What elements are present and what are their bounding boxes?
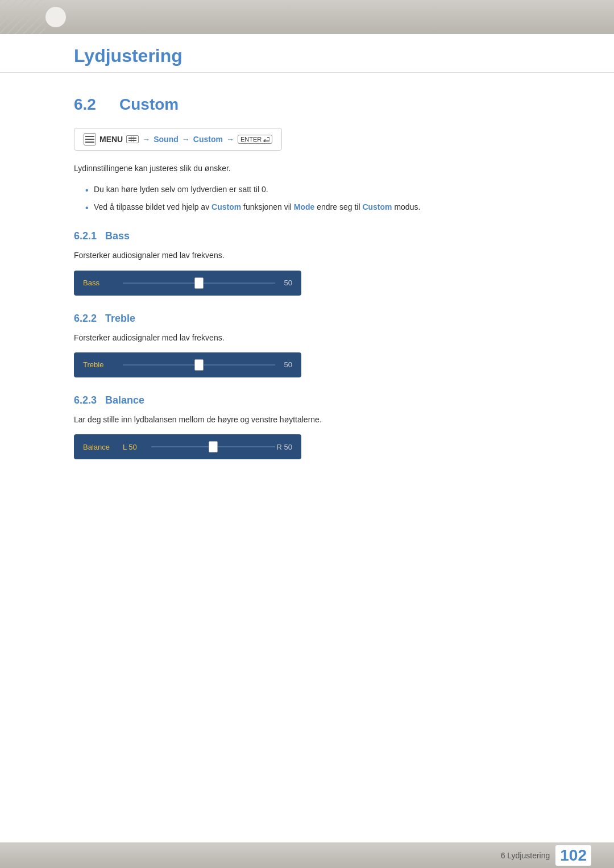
footer-section-label: 6 Lydjustering bbox=[501, 851, 550, 860]
page-title: Lydjustering bbox=[74, 45, 569, 67]
balance-description: Lar deg stille inn lydbalansen mellom de… bbox=[74, 413, 466, 426]
section-description: Lydinnstillingene kan justeres slik du ø… bbox=[74, 162, 466, 175]
nav-menu-label: MENU bbox=[99, 135, 123, 144]
bass-slider-track[interactable] bbox=[123, 283, 275, 284]
treble-slider-track[interactable] bbox=[123, 364, 275, 366]
subsection-heading-balance: 6.2.3 Balance bbox=[74, 394, 466, 406]
bass-slider-value: 50 bbox=[275, 279, 292, 287]
svg-rect-2 bbox=[85, 136, 94, 137]
balance-slider-track[interactable] bbox=[151, 446, 275, 447]
bullet-list: Du kan høre lyden selv om lydverdien er … bbox=[74, 183, 466, 213]
top-bar-circle bbox=[45, 7, 66, 27]
subsection-6-2-1: 6.2.1 Bass Forsterker audiosignaler med … bbox=[74, 230, 466, 295]
subsection-heading-treble: 6.2.2 Treble bbox=[74, 313, 466, 325]
svg-rect-5 bbox=[128, 138, 136, 139]
svg-rect-3 bbox=[85, 139, 94, 140]
svg-rect-1 bbox=[0, 0, 45, 34]
subsection-number-bass: 6.2.1 bbox=[74, 230, 97, 242]
section-heading-6-2: 6.2 Custom bbox=[74, 95, 466, 114]
balance-slider-thumb[interactable] bbox=[209, 441, 218, 452]
bullet-2-middle: funksjonen vil bbox=[241, 202, 294, 211]
bullet-2-end: modus. bbox=[392, 202, 421, 211]
subsection-6-2-2: 6.2.2 Treble Forsterker audiosignaler me… bbox=[74, 313, 466, 377]
svg-rect-4 bbox=[85, 142, 94, 143]
section-title: Custom bbox=[119, 95, 179, 114]
enter-icon: ENTER bbox=[238, 135, 272, 144]
treble-slider-thumb[interactable] bbox=[194, 359, 204, 371]
nav-arrow-2: → bbox=[182, 135, 190, 144]
content-area: 6.2 Custom MENU → Sound → Custom → ENTER bbox=[0, 73, 512, 522]
nav-breadcrumb: MENU → Sound → Custom → ENTER bbox=[74, 128, 282, 151]
subsection-heading-bass: 6.2.1 Bass bbox=[74, 230, 466, 242]
subsection-title-treble: Treble bbox=[105, 313, 135, 325]
footer: 6 Lydjustering 102 bbox=[0, 842, 614, 868]
bullet-item-1: Du kan høre lyden selv om lydverdien er … bbox=[85, 183, 466, 196]
bass-track-line bbox=[123, 283, 275, 284]
menu-icon bbox=[84, 133, 96, 146]
balance-right-value: R 50 bbox=[275, 443, 292, 451]
treble-track-line bbox=[123, 364, 275, 366]
nav-arrow-1: → bbox=[142, 135, 150, 144]
bullet-2-prefix: Ved å tilpasse bildet ved hjelp av bbox=[94, 202, 211, 211]
bullet-2-mode: Mode bbox=[294, 202, 315, 211]
nav-arrow-3: → bbox=[226, 135, 234, 144]
bullet-2-custom2: Custom bbox=[362, 202, 392, 211]
bullet-1-text: Du kan høre lyden selv om lydverdien er … bbox=[94, 185, 268, 194]
footer-page-number: 102 bbox=[555, 845, 591, 866]
treble-slider-label: Treble bbox=[83, 360, 123, 369]
balance-left-value: L 50 bbox=[123, 443, 151, 451]
subsection-6-2-3: 6.2.3 Balance Lar deg stille inn lydbala… bbox=[74, 394, 466, 459]
svg-rect-7 bbox=[131, 136, 132, 142]
subsection-number-treble: 6.2.2 bbox=[74, 313, 97, 325]
balance-slider-box: Balance L 50 R 50 bbox=[74, 434, 301, 459]
svg-rect-8 bbox=[133, 136, 134, 142]
subsection-title-bass: Bass bbox=[105, 230, 130, 242]
nav-sound: Sound bbox=[154, 135, 179, 144]
svg-rect-6 bbox=[128, 140, 136, 141]
top-bar bbox=[0, 0, 614, 34]
bullet-2-custom1: Custom bbox=[211, 202, 241, 211]
nav-custom: Custom bbox=[193, 135, 223, 144]
balance-track-line bbox=[151, 446, 275, 447]
subsection-title-balance: Balance bbox=[105, 394, 144, 406]
diagonal-stripes-decoration bbox=[0, 0, 45, 34]
bullet-2-suffix: endre seg til bbox=[314, 202, 362, 211]
treble-slider-value: 50 bbox=[275, 360, 292, 369]
treble-slider-box: Treble 50 bbox=[74, 352, 301, 377]
section-number: 6.2 bbox=[74, 95, 108, 114]
bullet-item-2: Ved å tilpasse bildet ved hjelp av Custo… bbox=[85, 201, 466, 213]
treble-description: Forsterker audiosignaler med lav frekven… bbox=[74, 331, 466, 344]
balance-slider-label: Balance bbox=[83, 443, 123, 451]
bass-slider-label: Bass bbox=[83, 279, 123, 287]
main-title-bar: Lydjustering bbox=[0, 34, 614, 73]
subsection-number-balance: 6.2.3 bbox=[74, 394, 97, 406]
bass-slider-thumb[interactable] bbox=[194, 277, 204, 289]
bass-description: Forsterker audiosignaler med lav frekven… bbox=[74, 249, 466, 261]
bass-slider-box: Bass 50 bbox=[74, 271, 301, 296]
